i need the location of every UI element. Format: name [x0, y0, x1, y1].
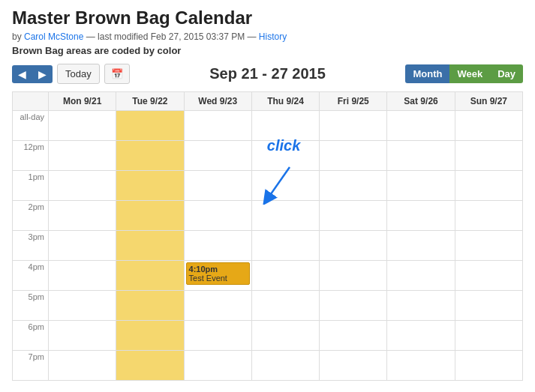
cell-1pm-wed[interactable]	[184, 171, 251, 201]
cell-4pm-fri[interactable]	[320, 261, 387, 291]
cell-2pm-wed[interactable]	[184, 201, 251, 231]
cell-6pm-mon[interactable]	[49, 321, 116, 351]
prev-button[interactable]: ◀	[12, 65, 32, 83]
toolbar: ◀ ▶ Today 📅 Sep 21 - 27 2015 Month Week …	[12, 64, 523, 84]
cell-3pm-wed[interactable]	[184, 231, 251, 261]
day-view-button[interactable]: Day	[490, 64, 523, 83]
cell-7pm-tue[interactable]	[116, 351, 184, 381]
cell-3pm-fri[interactable]	[320, 231, 387, 261]
cell-12pm-sun[interactable]	[455, 141, 522, 171]
cell-6pm-sun[interactable]	[455, 321, 522, 351]
cell-7pm-sun[interactable]	[455, 351, 522, 381]
svg-line-0	[267, 167, 290, 199]
cell-1pm-sat[interactable]	[387, 171, 455, 201]
event-block[interactable]: 4:10pm Test Event	[186, 262, 250, 285]
cell-7pm-fri[interactable]	[320, 351, 387, 381]
cell-7pm-thu[interactable]	[251, 351, 319, 381]
history-link[interactable]: History	[259, 31, 287, 42]
cell-6pm-sat[interactable]	[387, 321, 455, 351]
cell-4pm-sat[interactable]	[387, 261, 455, 291]
cell-5pm-fri[interactable]	[320, 291, 387, 321]
cell-4pm-wed[interactable]: 4:10pm Test Event	[184, 261, 251, 291]
cell-2pm-fri[interactable]	[320, 201, 387, 231]
cell-2pm-tue[interactable]	[116, 201, 184, 231]
cell-6pm-thu[interactable]	[251, 321, 319, 351]
cell-6pm-wed[interactable]	[184, 321, 251, 351]
month-view-button[interactable]: Month	[405, 64, 449, 83]
col-header-sun: Sun 9/27	[455, 92, 522, 111]
cell-5pm-sat[interactable]	[387, 291, 455, 321]
cell-4pm-thu[interactable]	[251, 261, 319, 291]
cell-12pm-tue[interactable]	[116, 141, 184, 171]
cell-5pm-sun[interactable]	[455, 291, 522, 321]
cell-1pm-sun[interactable]	[455, 171, 522, 201]
cell-12pm-sat[interactable]	[387, 141, 455, 171]
row-4pm: 4pm 4:10pm Test Event	[13, 261, 523, 291]
color-note: Brown Bag areas are coded by color	[12, 45, 523, 56]
cell-2pm-sat[interactable]	[387, 201, 455, 231]
cell-5pm-wed[interactable]	[184, 291, 251, 321]
col-header-fri: Fri 9/25	[320, 92, 387, 111]
row-3pm: 3pm	[13, 231, 523, 261]
meta-line: by Carol McStone — last modified Feb 27,…	[12, 31, 523, 42]
cell-allday-sat[interactable]	[387, 111, 455, 141]
time-label-12pm: 12pm	[13, 141, 49, 171]
cell-12pm-mon[interactable]	[49, 141, 116, 171]
time-label-4pm: 4pm	[13, 261, 49, 291]
cell-7pm-wed[interactable]	[184, 351, 251, 381]
cell-1pm-tue[interactable]	[116, 171, 184, 201]
modified-date: Feb 27, 2015 03:37 PM	[151, 31, 245, 42]
cell-4pm-sun[interactable]	[455, 261, 522, 291]
col-header-wed: Wed 9/23	[184, 92, 251, 111]
cell-allday-wed[interactable]	[184, 111, 251, 141]
cell-3pm-sun[interactable]	[455, 231, 522, 261]
row-6pm: 6pm	[13, 321, 523, 351]
next-button[interactable]: ▶	[32, 65, 53, 83]
arrow-icon	[256, 163, 301, 205]
cell-allday-sun[interactable]	[455, 111, 522, 141]
cell-6pm-fri[interactable]	[320, 321, 387, 351]
col-header-mon: Mon 9/21	[49, 92, 116, 111]
cell-6pm-tue[interactable]	[116, 321, 184, 351]
cell-12pm-wed[interactable]	[184, 141, 251, 171]
col-header-thu: Thu 9/24	[251, 92, 319, 111]
cell-2pm-sun[interactable]	[455, 201, 522, 231]
cell-allday-thu[interactable]	[251, 111, 319, 141]
date-range: Sep 21 - 27 2015	[134, 65, 401, 82]
page-title: Master Brown Bag Calendar	[12, 7, 523, 28]
week-view-button[interactable]: Week	[449, 64, 490, 83]
cell-7pm-sat[interactable]	[387, 351, 455, 381]
cell-allday-tue[interactable]	[116, 111, 184, 141]
cell-3pm-tue[interactable]	[116, 231, 184, 261]
cell-1pm-fri[interactable]	[320, 171, 387, 201]
col-header-sat: Sat 9/26	[387, 92, 455, 111]
cell-5pm-tue[interactable]	[116, 291, 184, 321]
cell-2pm-mon[interactable]	[49, 201, 116, 231]
cell-5pm-thu[interactable]	[251, 291, 319, 321]
time-header	[13, 92, 49, 111]
cell-4pm-tue[interactable]	[116, 261, 184, 291]
cell-4pm-mon[interactable]	[49, 261, 116, 291]
time-label-allday: all-day	[13, 111, 49, 141]
cell-12pm-fri[interactable]	[320, 141, 387, 171]
cell-allday-fri[interactable]	[320, 111, 387, 141]
calendar-icon-button[interactable]: 📅	[104, 64, 130, 84]
click-hint: click	[267, 137, 300, 154]
view-btn-group: Month Week Day	[405, 64, 523, 83]
cell-allday-mon[interactable]	[49, 111, 116, 141]
col-header-tue: Tue 9/22	[116, 92, 184, 111]
event-name: Test Event	[189, 274, 247, 283]
today-button[interactable]: Today	[57, 64, 100, 84]
cell-2pm-thu[interactable]: click	[251, 201, 319, 231]
cell-1pm-mon[interactable]	[49, 171, 116, 201]
time-label-1pm: 1pm	[13, 171, 49, 201]
row-7pm: 7pm	[13, 351, 523, 381]
cell-3pm-mon[interactable]	[49, 231, 116, 261]
cell-3pm-thu[interactable]	[251, 231, 319, 261]
cell-3pm-sat[interactable]	[387, 231, 455, 261]
row-5pm: 5pm	[13, 291, 523, 321]
time-label-5pm: 5pm	[13, 291, 49, 321]
author-link[interactable]: Carol McStone	[24, 31, 83, 42]
cell-5pm-mon[interactable]	[49, 291, 116, 321]
cell-7pm-mon[interactable]	[49, 351, 116, 381]
